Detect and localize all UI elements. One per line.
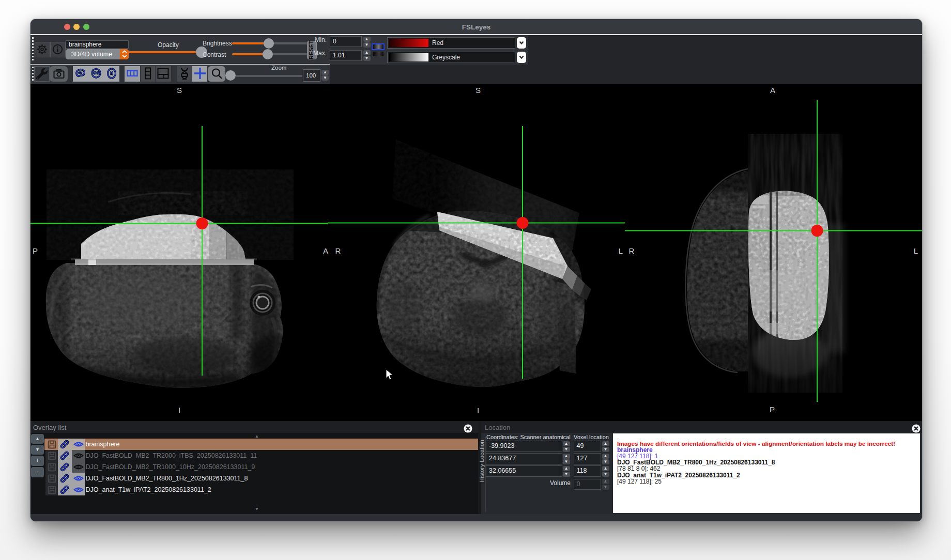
- svg-text:I: I: [477, 406, 479, 415]
- svg-text:S: S: [177, 86, 182, 95]
- svg-text:R: R: [335, 246, 341, 255]
- svg-text:L: L: [914, 246, 918, 255]
- svg-text:L: L: [619, 246, 623, 255]
- svg-text:R: R: [629, 246, 635, 255]
- svg-text:P: P: [33, 246, 38, 255]
- svg-text:A: A: [323, 246, 328, 255]
- svg-text:S: S: [476, 86, 481, 95]
- svg-text:P: P: [770, 405, 775, 414]
- svg-text:I: I: [178, 406, 180, 414]
- svg-text:A: A: [770, 86, 775, 95]
